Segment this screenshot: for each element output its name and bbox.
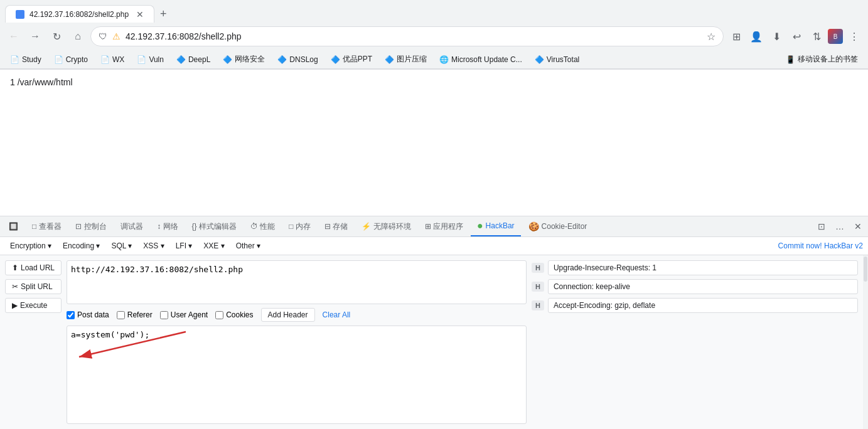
post-data-checkbox-label[interactable]: Post data	[67, 310, 109, 319]
header-h-badge-1: H	[532, 282, 544, 292]
load-url-icon: ⬆	[12, 263, 18, 272]
bookmark-mobile[interactable]: 📱 移动设备上的书签	[781, 53, 863, 66]
scrollbar-thumb[interactable]	[864, 257, 867, 282]
post-options: Post data Referer User Agent Cookie	[67, 308, 527, 322]
hackbar-center: Post data Referer User Agent Cookie	[67, 260, 527, 424]
tab-favicon	[16, 10, 24, 19]
bookmark-icon: 🔷	[176, 55, 186, 64]
security-icon: 🛡	[99, 31, 107, 41]
downloads-button[interactable]: ⬇	[768, 28, 785, 45]
user-avatar[interactable]: B	[828, 29, 843, 44]
active-tab[interactable]: 42.192.37.16:8082/shell2.php ✕	[5, 5, 154, 23]
devtools-tab-debugger[interactable]: 调试器	[114, 218, 149, 236]
profile-button[interactable]: 👤	[747, 28, 765, 45]
sync-button[interactable]: ⇅	[808, 28, 825, 45]
devtools-tab-memory[interactable]: □ 内存	[282, 218, 317, 236]
hackbar-headers: H Upgrade-Insecure-Requests: 1 H Connect…	[532, 260, 858, 424]
execute-icon: ▶	[12, 301, 18, 310]
bookmark-crypto[interactable]: 📄 Crypto	[49, 54, 93, 65]
cookies-checkbox-label[interactable]: Cookies	[215, 310, 253, 319]
reload-button[interactable]: ↻	[48, 28, 65, 45]
address-bar: 🛡 ⚠ ☆	[90, 26, 724, 46]
user-agent-checkbox[interactable]	[160, 311, 168, 319]
devtools-tab-console[interactable]: ⊡ 控制台	[69, 218, 113, 236]
bookmark-dnslog[interactable]: 🔷 DNSLog	[272, 54, 323, 65]
hackbar-menu-sql[interactable]: SQL ▾	[106, 240, 137, 252]
extensions-button[interactable]: ⊞	[727, 28, 745, 45]
devtools-tab-inspect[interactable]: 🔲	[3, 218, 24, 235]
forward-button[interactable]: →	[26, 28, 44, 45]
back-button[interactable]: ←	[5, 28, 23, 45]
header-item-2: H Accept-Encoding: gzip, deflate	[532, 298, 858, 313]
devtools-tab-cookie-editor[interactable]: 🍪 Cookie-Editor	[522, 218, 594, 235]
bookmark-imgcompress[interactable]: 🔷 图片压缩	[380, 53, 432, 66]
home-button[interactable]: ⌂	[69, 28, 87, 45]
address-input[interactable]	[126, 31, 702, 41]
bookmark-star-icon[interactable]: ☆	[707, 31, 715, 43]
bookmark-icon: 🔷	[385, 55, 394, 64]
hackbar-menu-xxe[interactable]: XXE ▾	[198, 240, 229, 252]
load-url-button[interactable]: ⬆ Load URL	[5, 260, 62, 275]
bookmark-icon: 🌐	[439, 55, 449, 64]
history-button[interactable]: ↩	[788, 28, 805, 45]
menu-button[interactable]: ⋮	[845, 28, 863, 45]
devtools-tab-storage[interactable]: ⊟ 存储	[318, 218, 354, 236]
bookmarks-bar: 📄 Study 📄 Crypto 📄 WX 📄 Vuln 🔷 DeepL 🔷 网…	[0, 50, 868, 69]
devtools-tab-performance[interactable]: ⏱ 性能	[244, 218, 281, 236]
bookmark-deepl[interactable]: 🔷 DeepL	[171, 54, 215, 65]
hackbar-menu-encryption[interactable]: Encryption ▾	[5, 240, 56, 252]
tab-bar: 42.192.37.16:8082/shell2.php ✕ +	[0, 0, 868, 23]
new-tab-button[interactable]: +	[154, 5, 172, 23]
hackbar-menu-xss[interactable]: XSS ▾	[138, 240, 169, 252]
devtools-tab-network[interactable]: ↕ 网络	[151, 218, 184, 236]
devtools-tab-style[interactable]: {} 样式编辑器	[186, 218, 243, 236]
url-textarea[interactable]	[67, 260, 527, 304]
hackbar-body-scroll: ⬆ Load URL ✂ Split URL ▶ Execute	[0, 255, 868, 429]
close-devtools-button[interactable]: ✕	[850, 220, 865, 233]
bookmark-wx[interactable]: 📄 WX	[95, 54, 129, 65]
devtools-tab-accessibility[interactable]: ⚡ 无障碍环境	[355, 218, 417, 236]
bookmark-study[interactable]: 📄 Study	[5, 54, 46, 65]
scrollbar[interactable]	[863, 255, 868, 429]
cookies-checkbox[interactable]	[215, 311, 223, 319]
hackbar-body: ⬆ Load URL ✂ Split URL ▶ Execute	[0, 255, 863, 429]
referer-checkbox[interactable]	[117, 311, 125, 319]
hackbar-actions: ⬆ Load URL ✂ Split URL ▶ Execute	[5, 260, 62, 424]
bookmark-netsec[interactable]: 🔷 网络安全	[218, 53, 270, 66]
more-tools-button[interactable]: …	[832, 220, 848, 233]
header-h-badge-0: H	[532, 263, 544, 273]
devtools-tab-viewer[interactable]: □ 查看器	[26, 218, 68, 236]
page-content: 1 /var/www/html	[0, 70, 868, 216]
bookmark-icon: 📄	[10, 55, 19, 64]
header-item-1: H Connection: keep-alive	[532, 279, 858, 294]
hackbar-dot-icon: ●	[477, 220, 483, 231]
header-h-badge-2: H	[532, 300, 544, 310]
bookmark-icon: 🔷	[331, 55, 340, 64]
post-data-checkbox[interactable]	[67, 311, 75, 319]
execute-button[interactable]: ▶ Execute	[5, 298, 62, 313]
bookmark-icon: 📄	[100, 55, 110, 64]
tab-close-icon[interactable]: ✕	[136, 9, 144, 19]
post-data-container	[67, 326, 527, 424]
cookie-editor-icon: 🍪	[528, 221, 539, 231]
post-data-textarea[interactable]	[67, 326, 527, 424]
hackbar-menu-encoding[interactable]: Encoding ▾	[58, 240, 105, 252]
console-icon: ⊡	[75, 222, 82, 231]
bookmark-vuln[interactable]: 📄 Vuln	[132, 54, 169, 65]
hackbar-menu-other[interactable]: Other ▾	[231, 240, 265, 252]
bookmark-icon: 🔷	[223, 55, 232, 64]
clear-all-button[interactable]: Clear All	[323, 310, 351, 319]
devtools-tab-hackbar[interactable]: ● HackBar	[471, 216, 521, 236]
user-agent-checkbox-label[interactable]: User Agent	[160, 310, 208, 319]
add-header-button[interactable]: Add Header	[261, 308, 315, 322]
inspect-icon: 🔲	[9, 222, 18, 231]
undock-button[interactable]: ⊡	[814, 220, 829, 233]
bookmark-microsoft[interactable]: 🌐 Microsoft Update C...	[434, 54, 527, 65]
bookmark-ppt[interactable]: 🔷 优品PPT	[326, 53, 377, 66]
header-value-0: Upgrade-Insecure-Requests: 1	[548, 260, 858, 275]
devtools-tab-application[interactable]: ⊞ 应用程序	[419, 218, 469, 236]
split-url-button[interactable]: ✂ Split URL	[5, 279, 62, 294]
bookmark-virustotal[interactable]: 🔷 VirusTotal	[530, 54, 584, 65]
hackbar-menu-lfi[interactable]: LFI ▾	[171, 240, 198, 252]
referer-checkbox-label[interactable]: Referer	[117, 310, 153, 319]
